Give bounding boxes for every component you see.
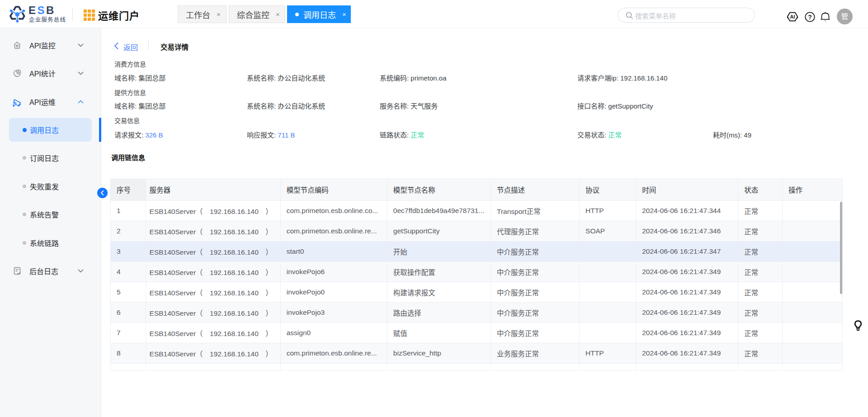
svg-text:?: ? bbox=[808, 14, 812, 21]
svg-text:AI: AI bbox=[790, 14, 795, 19]
